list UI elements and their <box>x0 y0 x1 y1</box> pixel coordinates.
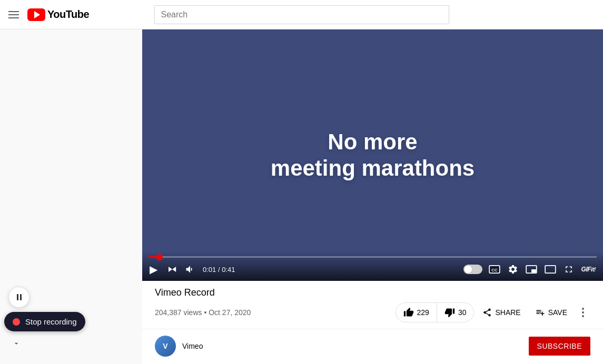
cc-button[interactable]: CC <box>488 264 501 275</box>
svg-text:CC: CC <box>491 268 498 272</box>
progress-bar[interactable] <box>149 256 597 258</box>
stop-recording-label: Stop recording <box>25 317 77 326</box>
video-controls: ▶ 0:01 / 0:41 <box>142 252 603 281</box>
like-button[interactable]: 229 <box>396 303 437 322</box>
video-title: Vimeo Record <box>155 287 590 298</box>
recording-overlay: Stop recording <box>0 282 90 356</box>
channel-name: Vimeo <box>182 342 522 350</box>
pause-recording-button[interactable] <box>8 287 29 308</box>
settings-button[interactable] <box>507 263 519 276</box>
save-label: SAVE <box>548 308 567 317</box>
youtube-text: YouTube <box>47 8 89 21</box>
like-dislike-section: 229 30 <box>396 302 475 322</box>
controls-right: CC <box>463 263 597 276</box>
miniplayer-button[interactable] <box>525 264 538 275</box>
video-info: Vimeo Record 204,387 views • Oct 27, 202… <box>142 281 603 329</box>
youtube-icon <box>27 8 45 21</box>
like-count: 229 <box>417 308 429 317</box>
subscribe-button[interactable]: SUBSCRIBE <box>529 337 590 356</box>
hamburger-menu[interactable] <box>8 11 19 18</box>
video-meta-left: 204,387 views • Oct 27, 2020 <box>155 308 251 317</box>
volume-button[interactable] <box>184 263 196 276</box>
three-dots-icon <box>582 308 584 317</box>
toggle-knob <box>464 266 472 273</box>
video-actions: 229 30 SHARE <box>396 302 590 322</box>
toggle-switch[interactable] <box>463 265 482 274</box>
time-display: 0:01 / 0:41 <box>203 266 235 274</box>
share-label: SHARE <box>495 308 520 317</box>
collapse-recording-button[interactable] <box>8 336 24 351</box>
pause-icon <box>17 294 22 300</box>
dislike-button[interactable]: 30 <box>437 303 474 322</box>
main-layout: No more meeting marathons ▶ <box>0 29 603 364</box>
video-meta-row: 204,387 views • Oct 27, 2020 229 <box>155 302 590 322</box>
channel-info: Vimeo <box>182 342 522 350</box>
dislike-count: 30 <box>458 308 467 317</box>
skip-button[interactable] <box>165 263 177 276</box>
search-input[interactable] <box>154 5 449 24</box>
channel-avatar: V <box>155 336 176 357</box>
save-button[interactable]: SAVE <box>529 304 574 321</box>
share-button[interactable]: SHARE <box>476 304 527 321</box>
video-overlay-text: No more meeting marathons <box>271 129 475 182</box>
youtube-logo[interactable]: YouTube <box>27 8 89 21</box>
header-left: YouTube <box>8 8 89 21</box>
stop-recording-button[interactable]: Stop recording <box>4 312 85 331</box>
search-bar <box>154 5 449 24</box>
controls-row: ▶ 0:01 / 0:41 <box>149 262 597 277</box>
header: YouTube <box>0 0 603 29</box>
youtube-play-icon <box>34 11 40 18</box>
progress-fill <box>149 256 160 258</box>
svg-rect-4 <box>545 266 556 273</box>
play-button[interactable]: ▶ <box>149 262 159 277</box>
channel-row: V Vimeo SUBSCRIBE <box>142 329 603 363</box>
video-title-line2: meeting marathons <box>271 156 475 180</box>
fullscreen-button[interactable] <box>562 263 575 276</box>
progress-dot <box>156 254 163 260</box>
gif-button[interactable]: GIFit! <box>580 265 597 274</box>
controls-left: ▶ 0:01 / 0:41 <box>149 262 235 277</box>
theater-button[interactable] <box>543 264 557 275</box>
video-player[interactable]: No more meeting marathons ▶ <box>142 29 603 281</box>
more-actions-button[interactable] <box>576 304 590 321</box>
video-title-line1: No more <box>328 129 417 154</box>
rec-indicator <box>13 318 20 326</box>
content-area: No more meeting marathons ▶ <box>142 29 603 364</box>
svg-rect-3 <box>531 269 536 272</box>
